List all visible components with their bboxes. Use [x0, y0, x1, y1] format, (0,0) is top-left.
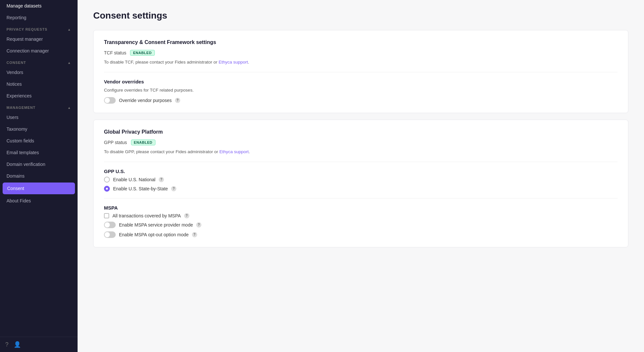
gpp-card-title: Global Privacy Platform [104, 129, 618, 135]
sidebar-item-label: Manage datasets [7, 3, 41, 8]
gpp-us-state-label: Enable U.S. State-by-State [113, 186, 168, 191]
help-icon[interactable]: ? [5, 341, 8, 348]
sidebar-item-label: About Fides [7, 198, 31, 203]
sidebar-item-label: Request manager [7, 37, 43, 42]
gpp-info-text: To disable GPP, please contact your Fide… [104, 149, 618, 155]
override-vendor-label: Override vendor purposes [119, 98, 172, 103]
mspa-optout-help-icon[interactable]: ? [192, 232, 197, 237]
tcf-info-text: To disable TCF, please contact your Fide… [104, 59, 618, 66]
gpp-us-national-row: Enable U.S. National ? [104, 177, 618, 183]
sidebar-item-label: Email templates [7, 150, 39, 155]
mspa-covered-help-icon[interactable]: ? [184, 213, 189, 218]
sidebar-item-label: Domains [7, 173, 24, 179]
sidebar-item-connection-manager[interactable]: Connection manager [0, 45, 78, 57]
sidebar-item-label: Taxonomy [7, 126, 27, 132]
mspa-service-label: Enable MSPA service provider mode [119, 222, 193, 227]
gpp-divider-2 [104, 198, 618, 198]
chevron-up-icon: ▲ [67, 106, 71, 110]
override-vendor-toggle-row: Override vendor purposes ? [104, 97, 618, 104]
sidebar-bottom: ? 👤 [0, 337, 78, 352]
sidebar-item-manage-datasets[interactable]: Manage datasets [0, 0, 78, 12]
gpp-us-national-help-icon[interactable]: ? [159, 177, 164, 182]
tcf-status-badge: ENABLED [130, 50, 154, 56]
sidebar-item-taxonomy[interactable]: Taxonomy [0, 123, 78, 135]
sidebar-item-label: Connection manager [7, 48, 49, 53]
chevron-up-icon: ▲ [67, 28, 71, 31]
tcf-status-row: TCF status ENABLED [104, 50, 618, 56]
sidebar-section-management: MANAGEMENT ▲ [0, 102, 78, 111]
gpp-us-state-help-icon[interactable]: ? [171, 186, 176, 191]
tcf-card: Transparency & Consent Framework setting… [93, 30, 628, 113]
gpp-status-row: GPP status ENABLED [104, 139, 618, 145]
gpp-us-title: GPP U.S. [104, 169, 618, 174]
sidebar-item-domains[interactable]: Domains [0, 170, 78, 182]
sidebar-item-domain-verification[interactable]: Domain verification [0, 158, 78, 170]
sidebar-item-label: Domain verification [7, 162, 45, 167]
vendor-overrides-description: Configure overrides for TCF related purp… [104, 87, 618, 94]
gpp-status-badge: ENABLED [131, 139, 155, 145]
vendor-overrides-title: Vendor overrides [104, 79, 618, 84]
tcf-card-title: Transparency & Consent Framework setting… [104, 39, 618, 45]
page-title: Consent settings [93, 10, 628, 21]
mspa-covered-checkbox[interactable] [104, 213, 109, 218]
gpp-us-state-row: Enable U.S. State-by-State ? [104, 186, 618, 192]
sidebar-item-notices[interactable]: Notices [0, 78, 78, 90]
gpp-divider-1 [104, 162, 618, 162]
tcf-ethyca-link[interactable]: Ethyca support [219, 60, 248, 65]
sidebar-item-label: Notices [7, 81, 22, 87]
mspa-service-toggle-row: Enable MSPA service provider mode ? [104, 222, 618, 228]
sidebar-item-about-fides[interactable]: About Fides [0, 195, 78, 207]
gpp-us-state-radio[interactable] [104, 186, 110, 192]
sidebar-item-users[interactable]: Users [0, 111, 78, 123]
sidebar: Manage datasets Reporting PRIVACY REQUES… [0, 0, 78, 352]
sidebar-item-label: Experiences [7, 93, 32, 98]
sidebar-item-email-templates[interactable]: Email templates [0, 147, 78, 158]
gpp-card: Global Privacy Platform GPP status ENABL… [93, 120, 628, 247]
sidebar-item-label: Users [7, 115, 19, 120]
sidebar-item-vendors[interactable]: Vendors [0, 66, 78, 78]
mspa-title: MSPA [104, 205, 618, 211]
mspa-optout-toggle-row: Enable MSPA opt-out option mode ? [104, 231, 618, 238]
gpp-status-label: GPP status [104, 140, 127, 145]
sidebar-item-label: Vendors [7, 70, 23, 75]
main-content: Consent settings Transparency & Consent … [78, 0, 644, 352]
user-icon[interactable]: 👤 [14, 341, 21, 348]
override-vendor-help-icon[interactable]: ? [175, 98, 180, 103]
mspa-covered-label: All transactions covered by MSPA [112, 213, 181, 218]
gpp-ethyca-link[interactable]: Ethyca support [219, 149, 249, 154]
mspa-service-help-icon[interactable]: ? [196, 222, 201, 227]
sidebar-item-label: Custom fields [7, 138, 34, 143]
sidebar-section-privacy-requests: PRIVACY REQUESTS ▲ [0, 23, 78, 33]
sidebar-item-reporting[interactable]: Reporting [0, 12, 78, 23]
gpp-us-national-label: Enable U.S. National [113, 177, 155, 182]
sidebar-item-custom-fields[interactable]: Custom fields [0, 135, 78, 147]
mspa-optout-toggle[interactable] [104, 231, 116, 238]
mspa-covered-row: All transactions covered by MSPA ? [104, 213, 618, 218]
sidebar-item-experiences[interactable]: Experiences [0, 90, 78, 102]
override-vendor-toggle[interactable] [104, 97, 116, 104]
mspa-service-toggle[interactable] [104, 222, 116, 228]
sidebar-item-request-manager[interactable]: Request manager [0, 33, 78, 45]
mspa-optout-label: Enable MSPA opt-out option mode [119, 232, 189, 237]
sidebar-section-consent: CONSENT ▲ [0, 57, 78, 66]
sidebar-item-label: Reporting [7, 15, 26, 20]
chevron-up-icon: ▲ [67, 61, 71, 65]
tcf-status-label: TCF status [104, 50, 126, 55]
tcf-divider [104, 72, 618, 72]
gpp-us-national-radio[interactable] [104, 177, 110, 183]
sidebar-item-consent[interactable]: Consent [3, 183, 75, 194]
sidebar-item-label: Consent [7, 186, 24, 191]
